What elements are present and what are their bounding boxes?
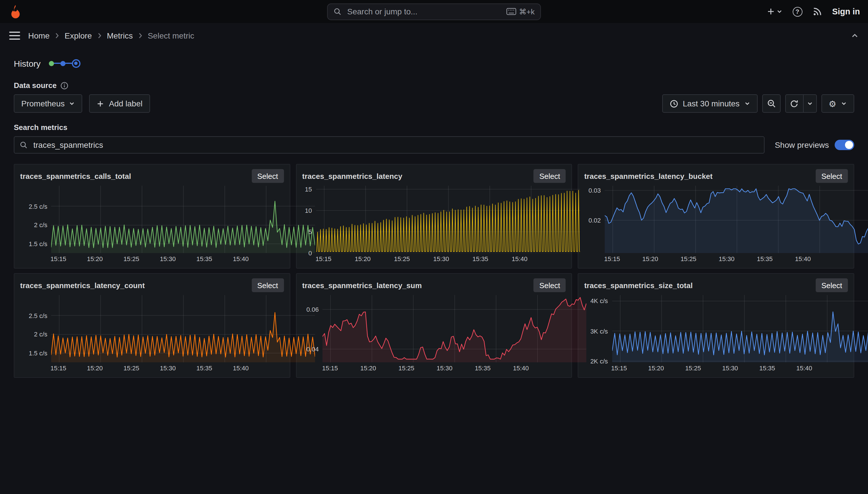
metric-panel: traces_spanmetrics_latency_count Select …: [14, 273, 290, 378]
breadcrumb: Home Explore Metrics Select metric: [28, 31, 194, 40]
search-icon: [20, 141, 27, 149]
chevron-right-icon: [138, 32, 142, 39]
x-axis: 15:1515:2015:2515:3015:3515:40: [52, 362, 284, 373]
time-range-picker[interactable]: Last 30 minutes: [662, 94, 757, 113]
chart-plot: [316, 186, 566, 253]
plus-icon: [767, 7, 775, 16]
history-row: History: [14, 56, 854, 71]
panel-title: traces_spanmetrics_latency_sum: [302, 281, 422, 289]
y-axis: 0.020.03: [584, 186, 605, 263]
panel-title: traces_spanmetrics_latency_bucket: [584, 172, 713, 180]
chart-plot: [52, 295, 284, 362]
metric-panel: traces_spanmetrics_latency_bucket Select…: [578, 164, 854, 269]
controls-right: Last 30 minutes: [662, 94, 854, 113]
grafana-logo[interactable]: [8, 4, 23, 19]
chart-plot: [605, 186, 848, 253]
gear-icon: ⚙: [829, 99, 836, 108]
metric-chart: 1.5 c/s2 c/s2.5 c/s 15:1515:2015:2515:30…: [20, 186, 284, 263]
select-button[interactable]: Select: [252, 278, 284, 292]
search-metrics-label: Search metrics: [14, 123, 67, 132]
breadcrumb-home[interactable]: Home: [28, 31, 50, 40]
history-connector: [54, 63, 60, 64]
nav-right-cluster: ? Sign in: [767, 6, 860, 16]
rss-icon: [812, 7, 822, 16]
metric-chart: 1.5 c/s2 c/s2.5 c/s 15:1515:2015:2515:30…: [20, 295, 284, 373]
panel-title: traces_spanmetrics_calls_total: [20, 172, 131, 180]
search-icon: [333, 7, 341, 16]
menu-toggle-button[interactable]: [9, 32, 20, 40]
chevron-down-icon: [69, 101, 75, 107]
settings-button[interactable]: ⚙: [821, 94, 854, 113]
add-label-text: Add label: [109, 99, 142, 108]
datasource-label-row: Data source: [14, 81, 854, 90]
metric-search-input[interactable]: [32, 140, 759, 150]
chevron-down-icon: [776, 8, 782, 14]
keyboard-icon: [507, 8, 516, 15]
metric-panel: traces_spanmetrics_calls_total Select 1.…: [14, 164, 290, 269]
select-button[interactable]: Select: [816, 278, 848, 292]
y-axis: 0.040.06: [302, 295, 323, 373]
history-label: History: [14, 58, 41, 68]
breadcrumb-explore[interactable]: Explore: [65, 31, 92, 40]
show-previews-toggle[interactable]: [835, 140, 854, 150]
help-button[interactable]: ?: [792, 6, 802, 16]
sign-in-button[interactable]: Sign in: [832, 7, 860, 16]
grafana-app: ⌘+k ? Sign in: [0, 0, 868, 494]
chevron-down-icon: [807, 101, 812, 107]
metric-search-box[interactable]: [14, 136, 765, 154]
chevron-down-icon: [841, 101, 847, 107]
chart-plot: [612, 295, 848, 362]
y-axis: 1.5 c/s2 c/s2.5 c/s: [20, 186, 52, 263]
time-range-value: Last 30 minutes: [683, 99, 739, 108]
global-search[interactable]: ⌘+k: [327, 3, 541, 20]
refresh-interval-button[interactable]: [803, 94, 816, 113]
add-menu-button[interactable]: [767, 7, 782, 16]
metric-chart: 0.040.06 15:1515:2015:2515:3015:3515:40: [302, 295, 566, 373]
show-previews-label: Show previews: [775, 140, 829, 150]
history-step-icon[interactable]: [60, 61, 65, 66]
x-axis: 15:1515:2015:2515:3015:3515:40: [605, 253, 848, 263]
refresh-button[interactable]: [785, 94, 803, 113]
metric-chart: 051015 15:1515:2015:2515:3015:3515:40: [302, 186, 566, 263]
select-button[interactable]: Select: [533, 169, 566, 183]
show-previews-control: Show previews: [775, 140, 854, 150]
chevron-down-icon: [744, 101, 750, 107]
x-axis: 15:1515:2015:2515:3015:3515:40: [316, 253, 566, 263]
chart-plot: [52, 186, 284, 253]
metric-chart: 2K c/s3K c/s4K c/s 15:1515:2015:2515:301…: [584, 295, 848, 373]
controls-row: Prometheus Add label: [14, 94, 854, 113]
panel-title: traces_spanmetrics_latency_count: [20, 281, 145, 289]
zoom-out-button[interactable]: [762, 94, 780, 113]
x-axis: 15:1515:2015:2515:3015:3515:40: [612, 362, 848, 373]
metric-chart: 0.020.03 15:1515:2015:2515:3015:3515:40: [584, 186, 848, 263]
history-steps: [48, 59, 80, 68]
history-current-step-icon[interactable]: [72, 59, 80, 68]
y-axis: 051015: [302, 186, 316, 263]
panel-title: traces_spanmetrics_latency: [302, 172, 402, 180]
select-button[interactable]: Select: [816, 169, 848, 183]
select-button[interactable]: Select: [252, 169, 284, 183]
add-label-button[interactable]: Add label: [90, 94, 150, 113]
collapse-controls-button[interactable]: [851, 32, 859, 40]
x-axis: 15:1515:2015:2515:3015:3515:40: [52, 253, 284, 263]
metric-panel: traces_spanmetrics_size_total Select 2K …: [578, 273, 854, 378]
news-button[interactable]: [812, 7, 822, 16]
shortcut-hint: ⌘+k: [507, 7, 535, 16]
global-search-input[interactable]: [346, 6, 502, 17]
grafana-flame-icon: [8, 4, 23, 19]
plus-icon: [97, 100, 104, 107]
refresh-button-group: [785, 94, 816, 113]
chevron-right-icon: [55, 32, 59, 39]
datasource-picker[interactable]: Prometheus: [14, 94, 82, 113]
toggle-knob: [845, 141, 853, 149]
history-step-icon[interactable]: [48, 61, 54, 66]
refresh-icon: [790, 99, 798, 108]
top-nav: ⌘+k ? Sign in: [0, 0, 868, 23]
clock-icon: [669, 99, 678, 108]
search-metrics-label-row: Search metrics: [14, 123, 854, 132]
breadcrumb-metrics[interactable]: Metrics: [107, 31, 133, 40]
chart-plot: [323, 295, 566, 362]
select-button[interactable]: Select: [533, 278, 566, 292]
breadcrumb-bar: Home Explore Metrics Select metric: [0, 23, 868, 48]
info-icon: [61, 81, 69, 90]
